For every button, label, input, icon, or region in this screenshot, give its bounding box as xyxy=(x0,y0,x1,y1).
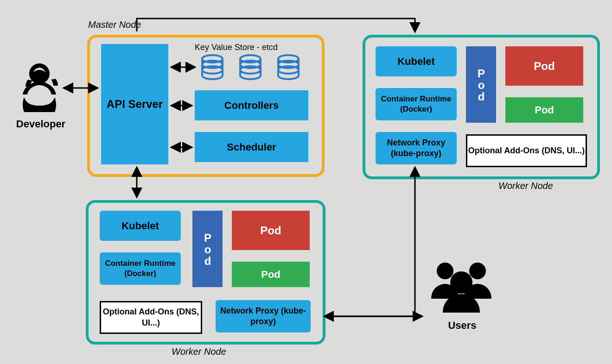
etcd-cylinder-icon xyxy=(198,53,226,81)
worker-node-bottom-label: Worker Node xyxy=(172,346,226,357)
scheduler-box: Scheduler xyxy=(195,132,308,162)
controllers-text: Controllers xyxy=(224,100,279,112)
svg-point-1 xyxy=(437,263,453,279)
controllers-box: Controllers xyxy=(195,90,308,120)
pod-blue-box-r: Pod xyxy=(466,46,496,123)
worker-node-right-label: Worker Node xyxy=(498,181,553,191)
svg-point-3 xyxy=(450,271,472,294)
etcd-cylinder-icon xyxy=(274,53,302,81)
pod-red-box: Pod xyxy=(232,211,310,250)
users-label: Users xyxy=(437,320,488,332)
api-server-text: API Server xyxy=(107,94,163,114)
svg-point-2 xyxy=(469,263,486,279)
addons-box-r: Optional Add-Ons (DNS, UI...) xyxy=(466,134,587,167)
pod-red-box-r: Pod xyxy=(505,46,583,86)
proxy-box-r: Network Proxy (kube-proxy) xyxy=(376,132,457,164)
etcd-cylinder-icon xyxy=(236,53,264,81)
developer-label: Developer xyxy=(8,118,73,130)
pod-green-box: Pod xyxy=(232,262,310,287)
etcd-label: Key Value Store - etcd xyxy=(195,43,278,52)
addons-box: Optional Add-Ons (DNS, UI...) xyxy=(100,301,202,334)
proxy-box: Network Proxy (kube-proxy) xyxy=(216,300,311,333)
runtime-box-r: Container Runtime (Docker) xyxy=(376,88,457,120)
kubelet-box-r: Kubelet xyxy=(376,46,457,76)
developer-icon xyxy=(19,61,60,112)
pod-green-box-r: Pod xyxy=(505,97,583,123)
users-icon xyxy=(427,257,496,313)
runtime-box: Container Runtime (Docker) xyxy=(100,252,181,285)
api-server-box: API Server xyxy=(101,44,168,164)
pod-blue-box: Pod xyxy=(192,211,223,287)
kubelet-box: Kubelet xyxy=(100,211,181,241)
master-node-label: Master Node xyxy=(88,19,141,30)
scheduler-text: Scheduler xyxy=(227,141,276,153)
